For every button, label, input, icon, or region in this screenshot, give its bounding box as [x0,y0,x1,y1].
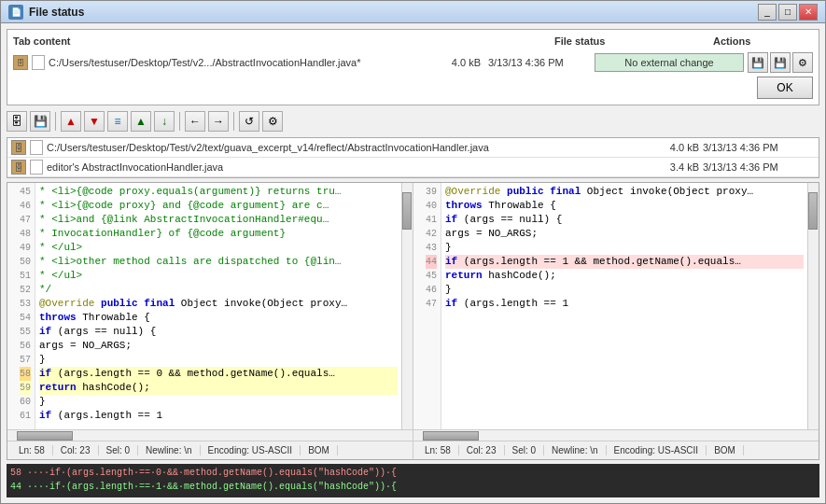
drive-icon: 🗄 [13,55,28,70]
editor-file-row-1: 🗄 C:/Users/testuser/Desktop/Test/v2/text… [7,138,819,158]
minimize-button[interactable]: _ [758,4,777,21]
tb-up2-btn[interactable]: ▲ [131,111,151,132]
ok-button[interactable]: OK [757,77,813,99]
close-button[interactable]: ✕ [799,4,818,21]
tb-refresh-btn[interactable]: ↺ [239,111,259,132]
code-line: } [39,353,398,367]
ok-row: OK [13,77,813,99]
left-scrollbar-h-thumb [17,431,73,441]
right-scrollbar-h-track [413,431,819,441]
more-action-btn[interactable]: ⚙ [792,52,813,73]
code-line: return hashCode(); [445,269,804,283]
code-line: */ [39,283,398,297]
save-action-btn[interactable]: 💾 [748,52,768,73]
code-line: } [39,395,398,409]
code-line: } [445,241,804,255]
left-scrollbar-h[interactable] [7,429,413,441]
code-line: return hashCode(); [39,381,398,395]
tab-content-header: Tab content [13,35,554,47]
tb-sep3 [233,112,234,131]
right-ln: Ln: 58 [417,445,459,455]
right-scrollbar-v[interactable] [807,183,819,429]
tb-settings-btn[interactable]: ⚙ [262,111,283,132]
code-line: * </ul> [39,269,398,283]
left-scrollbar-v[interactable] [401,183,413,429]
right-status-bar: Ln: 58 Col: 23 Sel: 0 Newline: \n Encodi… [413,441,819,459]
action-buttons: 💾 💾 ⚙ [748,52,813,73]
code-line: * <li>other method calls are dispatched … [39,255,398,269]
tb-down-btn[interactable]: ▼ [84,111,105,132]
diff-line-1: 58 ····if·(args.length·==·0·&&·method.ge… [10,466,816,480]
right-bom: BOM [707,445,744,455]
file-path: C:/Users/testuser/Desktop/Test/v2.../Abs… [49,57,435,68]
doc-icon [32,55,45,70]
file-status-header: File status [554,35,713,47]
ef-doc-icon-2 [30,160,43,175]
right-sel: Sel: 0 [505,445,545,455]
left-encoding: Encoding: US-ASCII [201,445,301,455]
code-line: args = NO_ARGS; [445,227,804,241]
code-line: if (args.length == 1 [39,409,398,423]
left-status-bar: Ln: 58 Col: 23 Sel: 0 Newline: \n Encodi… [7,441,413,459]
tb-prev-btn[interactable]: ← [185,111,205,132]
right-scrollbar-h[interactable] [413,429,819,441]
tb-align-btn[interactable]: ≡ [107,111,128,132]
editor-area: 45 46 47 48 49 50 51 52 53 54 55 56 [7,182,819,460]
code-line: * InvocationHandler} of {@code argument} [39,227,398,241]
code-line: throws Throwable { [445,199,804,213]
main-window: 📄 File status _ □ ✕ Tab content File sta… [0,0,826,504]
left-code-lines[interactable]: * <li>{@code proxy.equals(argument)} ret… [35,183,401,429]
left-newline: Newline: \n [138,445,200,455]
file-size: 4.0 kB [439,57,481,68]
code-line: } [445,283,804,297]
maximize-button[interactable]: □ [778,4,797,21]
tb-drive-btn[interactable]: 🗄 [7,111,27,132]
left-sel: Sel: 0 [99,445,139,455]
actions-header: Actions [713,35,750,47]
tb-up-btn[interactable]: ▲ [61,111,81,132]
status-badge: No external change [595,53,744,72]
code-line: * </ul> [39,241,398,255]
right-encoding: Encoding: US-ASCII [607,445,707,455]
editor-files: 🗄 C:/Users/testuser/Desktop/Test/v2/text… [7,137,819,178]
right-code-body[interactable]: 39 40 41 42 43 44 45 46 47 @Override pub… [413,183,819,429]
left-scrollbar-h-track [7,431,413,441]
ef-path-1: C:/Users/testuser/Desktop/Test/v2/text/g… [47,142,653,153]
left-line-numbers: 45 46 47 48 49 50 51 52 53 54 55 56 [7,183,35,429]
ef-doc-icon-1 [30,140,43,155]
main-content: Tab content File status Actions 🗄 C:/Use… [1,23,825,503]
tb-sep2 [179,112,180,131]
right-col: Col: 23 [459,445,505,455]
tb-save-btn[interactable]: 💾 [30,111,50,132]
code-line: if (args.length == 1 [445,297,804,311]
left-col: Col: 23 [53,445,99,455]
file-entry-row: 🗄 C:/Users/testuser/Desktop/Test/v2.../A… [13,52,813,73]
title-bar: 📄 File status _ □ ✕ [1,1,825,23]
save2-action-btn[interactable]: 💾 [770,52,791,73]
right-line-numbers: 39 40 41 42 43 44 45 46 47 [413,183,441,429]
code-line: @Override public final Object invoke(Obj… [39,297,398,311]
ef-date-2: 3/13/13 4:36 PM [703,161,815,173]
title-buttons: _ □ ✕ [758,4,818,21]
ef-path-2: editor's AbstractInvocationHandler.java [47,161,653,173]
left-code-body[interactable]: 45 46 47 48 49 50 51 52 53 54 55 56 [7,183,413,429]
editor-file-row-2: 🗄 editor's AbstractInvocationHandler.jav… [7,158,819,177]
window-title: File status [29,6,758,19]
window-icon: 📄 [8,5,23,20]
left-bom: BOM [301,445,338,455]
code-line: * <li>{@code proxy} and {@code argument}… [39,199,398,213]
ef-size-1: 4.0 kB [657,142,699,153]
tb-down2-btn[interactable]: ↓ [154,111,175,132]
right-code-lines[interactable]: @Override public final Object invoke(Obj… [441,183,807,429]
ef-drive-icon-1: 🗄 [11,140,26,155]
diff-line-2: 44 ····if·(args.length·==·1·&&·method.ge… [10,480,816,494]
tb-next-btn[interactable]: → [208,111,229,132]
code-line: * <li>and {@link AbstractInvocationHandl… [39,213,398,227]
panel-headers: Tab content File status Actions [13,35,813,47]
file-status-panel: Tab content File status Actions 🗄 C:/Use… [7,29,819,105]
editors-split: 45 46 47 48 49 50 51 52 53 54 55 56 [7,183,819,459]
ef-drive-icon-2: 🗄 [11,160,26,175]
ef-date-1: 3/13/13 4:36 PM [703,142,815,153]
code-line: args = NO_ARGS; [39,339,398,353]
right-scrollbar-thumb [808,192,818,230]
